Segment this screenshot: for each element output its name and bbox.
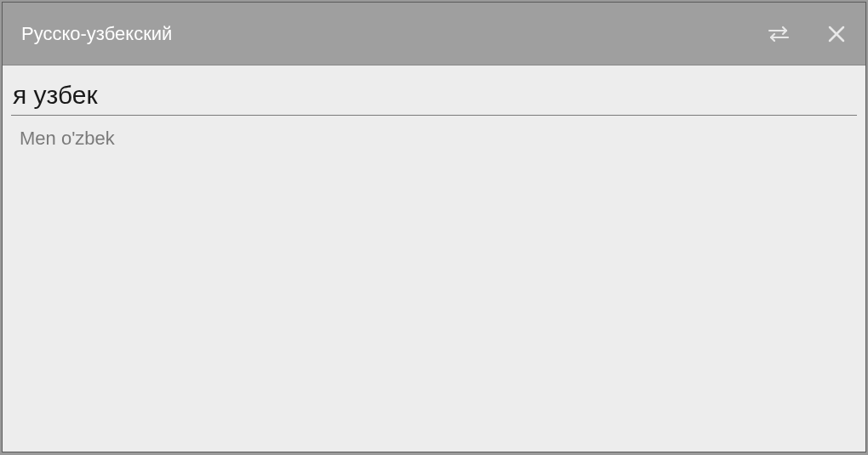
swap-icon [768, 26, 790, 43]
translation-output-row: Men o'zbek [11, 116, 857, 150]
header-actions [767, 22, 848, 46]
swap-languages-button[interactable] [767, 22, 791, 46]
app-header: Русско-узбекский [3, 3, 865, 65]
close-icon [826, 24, 847, 44]
source-input-row [11, 81, 857, 116]
translation-output-text: Men o'zbek [20, 128, 857, 150]
header-title: Русско-узбекский [21, 23, 767, 45]
close-button[interactable] [825, 22, 848, 46]
app-window: Русско-узбекский Men o'zbe [2, 2, 866, 452]
source-text-input[interactable] [13, 81, 857, 110]
content-area: Men o'zbek [3, 65, 865, 452]
